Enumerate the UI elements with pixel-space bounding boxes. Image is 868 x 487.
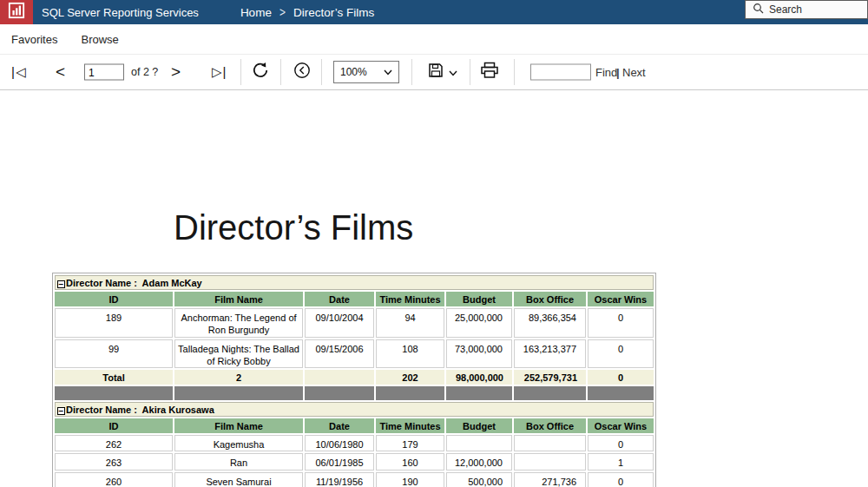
breadcrumb-home-link[interactable]: Home <box>240 6 272 19</box>
group-header-row: −Director Name : Adam McKay <box>55 275 654 290</box>
previous-page-button[interactable]: < <box>56 63 65 82</box>
table-row: 189 Anchorman: The Legend of Ron Burgund… <box>55 308 654 338</box>
cell-oscar-wins: 1 <box>588 453 654 470</box>
column-header: Box Office <box>514 292 586 306</box>
find-next-button[interactable]: Next <box>622 66 646 79</box>
toolbar-divider <box>470 59 470 85</box>
app-header: SQL Server Reporting Services Home > Dir… <box>0 0 868 24</box>
find-button[interactable]: Find <box>595 66 617 79</box>
toolbar-divider <box>280 59 281 85</box>
portal-tabs: Favorites Browse <box>0 24 868 54</box>
first-page-button[interactable]: |◁ <box>11 64 26 80</box>
chevron-down-icon <box>449 64 457 80</box>
refresh-button[interactable] <box>251 61 270 83</box>
tab-favorites[interactable]: Favorites <box>11 33 57 46</box>
toolbar-divider <box>514 59 515 85</box>
cell-oscar-wins: 0 <box>588 308 654 338</box>
cell-box-office: 163,213,377 <box>514 339 586 369</box>
cell-box-office <box>514 453 586 470</box>
report-toolbar: |◁ < of 2 ? > ▷| 100% <box>0 54 868 90</box>
back-circle-icon <box>293 61 312 83</box>
last-page-button[interactable]: ▷| <box>212 64 227 80</box>
column-header: Budget <box>446 292 512 306</box>
column-header: Oscar Wins <box>588 292 654 306</box>
save-floppy-icon <box>427 62 444 82</box>
page-count-label: of 2 ? <box>131 66 158 78</box>
cell-film-name: Kagemusha <box>174 435 303 451</box>
group-label: Director Name : Akira Kurosawa <box>66 405 214 415</box>
total-time-minutes: 202 <box>376 370 444 385</box>
report-title: Director’s Films <box>174 208 413 247</box>
bar-chart-icon <box>8 2 25 23</box>
search-icon <box>753 3 764 16</box>
report-viewer: Director’s Films −Director Name : Adam M… <box>0 90 868 486</box>
next-page-button[interactable]: > <box>171 63 181 82</box>
column-header: Time Minutes <box>376 292 444 306</box>
directors-films-table: −Director Name : Adam McKay ID Film Name… <box>52 273 656 487</box>
toolbar-divider <box>321 59 322 85</box>
export-save-button[interactable] <box>427 62 457 82</box>
column-header: Oscar Wins <box>588 418 654 433</box>
cell-budget <box>446 435 512 451</box>
cell-budget: 12,000,000 <box>446 453 512 470</box>
column-header: Date <box>305 292 374 306</box>
breadcrumb-current: Director’s Films <box>293 6 374 19</box>
cell-date: 10/06/1980 <box>305 435 374 451</box>
refresh-icon <box>251 61 270 83</box>
cell-time-minutes: 190 <box>376 472 444 487</box>
table-row: 262 Kagemusha 10/06/1980 179 0 <box>55 435 654 451</box>
cell-time-minutes: 160 <box>376 453 444 470</box>
collapse-toggle-icon[interactable]: − <box>57 280 65 288</box>
column-header: Date <box>305 418 374 433</box>
toolbar-divider <box>240 59 241 85</box>
cell-film-name: Seven Samurai <box>174 472 303 487</box>
table-row: 99 Talladega Nights: The Ballad of Ricky… <box>55 339 654 369</box>
column-header: ID <box>55 292 173 306</box>
ssrs-logo[interactable] <box>0 0 33 24</box>
column-header: Budget <box>446 418 512 433</box>
chevron-down-icon <box>384 66 392 78</box>
column-header: ID <box>55 418 173 433</box>
find-next-separator: | <box>616 66 620 79</box>
cell-box-office: 89,366,354 <box>514 308 586 338</box>
breadcrumb: Home > Director’s Films <box>240 6 374 19</box>
total-box-office: 252,579,731 <box>514 370 586 385</box>
cell-oscar-wins: 0 <box>588 339 654 369</box>
cell-budget: 500,000 <box>446 472 512 487</box>
search-input[interactable]: Search <box>745 0 868 19</box>
cell-budget: 73,000,000 <box>446 339 512 369</box>
cell-date: 06/01/1985 <box>305 453 374 470</box>
cell-id: 262 <box>55 435 173 451</box>
app-title: SQL Server Reporting Services <box>42 6 199 19</box>
cell-budget: 25,000,000 <box>446 308 512 338</box>
cell-date: 11/19/1956 <box>305 472 374 487</box>
page-number-input[interactable] <box>84 64 124 81</box>
toolbar-divider <box>411 59 412 85</box>
cell-id: 263 <box>55 453 173 470</box>
cell-oscar-wins: 0 <box>588 435 654 451</box>
print-button[interactable] <box>480 62 499 82</box>
cell-film-name: Ran <box>174 453 303 470</box>
column-header: Film Name <box>174 292 303 306</box>
total-oscar-wins: 0 <box>588 370 654 385</box>
find-text-input[interactable] <box>530 64 591 81</box>
printer-icon <box>480 62 499 82</box>
column-header: Box Office <box>514 418 586 433</box>
zoom-select[interactable]: 100% <box>333 61 399 83</box>
cell-time-minutes: 108 <box>376 339 444 369</box>
total-budget: 98,000,000 <box>446 370 512 385</box>
cell-id: 189 <box>55 308 173 338</box>
chevron-right-icon: > <box>279 4 286 20</box>
cell-date: 09/10/2004 <box>305 308 374 338</box>
collapse-toggle-icon[interactable]: − <box>57 407 65 415</box>
cell-box-office: 271,736 <box>514 472 586 487</box>
column-header: Time Minutes <box>376 418 444 433</box>
back-to-parent-button[interactable] <box>293 61 312 83</box>
cell-time-minutes: 179 <box>376 435 444 451</box>
group-label: Director Name : Adam McKay <box>66 278 202 288</box>
tab-browse[interactable]: Browse <box>81 33 118 46</box>
column-header-row: ID Film Name Date Time Minutes Budget Bo… <box>55 418 654 433</box>
cell-id: 260 <box>55 472 173 487</box>
cell-id: 99 <box>55 339 173 369</box>
cell-time-minutes: 94 <box>376 308 444 338</box>
